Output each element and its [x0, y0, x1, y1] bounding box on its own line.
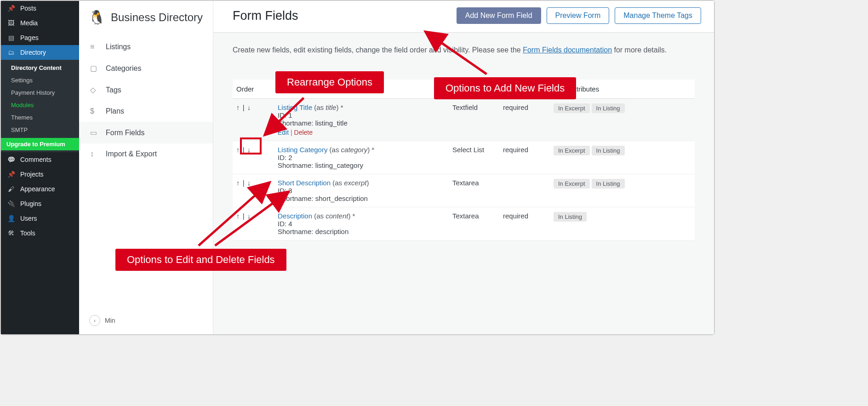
delete-link[interactable]: Delete — [294, 129, 313, 136]
nav-listings[interactable]: ≡Listings — [79, 36, 213, 57]
menu-icon: 🔌 — [6, 200, 16, 207]
wp-admin-sidebar: 📌Posts🖼Media▤Pages 🗂 Directory Directory… — [1, 1, 79, 334]
nav-icon: ≡ — [90, 43, 99, 51]
sidebar-item-posts[interactable]: 📌Posts — [1, 1, 79, 16]
field-id: ID: 2 — [278, 154, 292, 161]
field-title-link[interactable]: Listing Title — [278, 103, 312, 111]
nav-categories[interactable]: ▢Categories — [79, 57, 213, 79]
table-row: ↑ | ↓Short Description (as excerpt) ID: … — [233, 174, 695, 207]
intro-pre: Create new fields, edit existing fields,… — [233, 46, 523, 54]
directory-icon: 🗂 — [6, 49, 16, 56]
submenu-modules[interactable]: Modules — [1, 99, 79, 111]
collapse-menu-button[interactable]: ‹ Min — [79, 307, 213, 334]
add-new-form-field-button[interactable]: Add New Form Field — [457, 7, 541, 24]
field-association: (as title) * — [314, 103, 343, 111]
field-title-link[interactable]: Description — [278, 212, 312, 220]
field-association: (as excerpt) — [332, 179, 369, 187]
order-controls[interactable]: ↑ | ↓ — [233, 99, 274, 141]
field-title-link[interactable]: Short Description — [278, 179, 331, 187]
nav-icon: ↕ — [90, 150, 99, 158]
field-type: Textarea — [449, 207, 499, 240]
field-shortname: Shortname: description — [278, 228, 348, 235]
sidebar-item-comments[interactable]: 💬Comments — [1, 152, 79, 167]
nav-icon: ▢ — [90, 64, 99, 73]
menu-icon: 🖼 — [6, 19, 16, 27]
order-controls[interactable]: ↑ | ↓ — [233, 207, 274, 240]
field-id: ID: 3 — [278, 187, 292, 194]
plugin-logo-icon: 🐧 — [88, 9, 105, 25]
field-type: Textfield — [449, 99, 499, 141]
field-attributes: In Listing — [550, 207, 695, 240]
menu-icon: 📌 — [6, 171, 16, 178]
menu-icon: 💬 — [6, 156, 16, 163]
sidebar-item-label: Plugins — [20, 200, 41, 207]
sidebar-item-plugins[interactable]: 🔌Plugins — [1, 196, 79, 211]
nav-tags[interactable]: ◇Tags — [79, 79, 213, 101]
plugin-sidebar: 🐧 Business Directory ≡Listings▢Categorie… — [79, 1, 213, 334]
nav-label: Tags — [106, 86, 121, 94]
nav-label: Listings — [106, 43, 131, 51]
nav-label: Categories — [106, 64, 141, 73]
attr-badge: In Listing — [592, 146, 625, 155]
sidebar-item-label: Users — [20, 215, 37, 222]
field-id: ID: 4 — [278, 220, 292, 228]
sidebar-item-users[interactable]: 👤Users — [1, 211, 79, 226]
intro-post: for more details. — [612, 46, 667, 54]
field-label-cell: Listing Title (as title) *ID: 1Shortname… — [274, 99, 449, 141]
manage-theme-tags-button[interactable]: Manage Theme Tags — [615, 7, 701, 24]
field-label-cell: Description (as content) *ID: 4Shortname… — [274, 207, 449, 240]
attr-badge: In Listing — [592, 103, 625, 113]
submenu-upgrade-to-premium[interactable]: Upgrade to Premium — [1, 138, 79, 150]
form-fields-docs-link[interactable]: Form Fields documentation — [523, 46, 612, 54]
field-shortname: Shortname: listing_category — [278, 161, 363, 169]
field-label-cell: Short Description (as excerpt) ID: 3Shor… — [274, 174, 449, 207]
preview-form-button[interactable]: Preview Form — [547, 7, 610, 24]
sidebar-item-directory[interactable]: 🗂 Directory — [1, 45, 79, 60]
menu-icon: 📌 — [6, 5, 16, 12]
submenu-directory-content[interactable]: Directory Content — [1, 62, 79, 74]
redbox-order — [240, 137, 262, 154]
page-title: Form Fields — [233, 9, 298, 23]
sidebar-item-label: Directory — [20, 49, 46, 56]
sidebar-item-label: Pages — [20, 34, 39, 41]
callout-add-new: Options to Add New Fields — [434, 78, 576, 99]
field-validator: required — [499, 207, 550, 240]
submenu-themes[interactable]: Themes — [1, 111, 79, 124]
nav-import-export[interactable]: ↕Import & Export — [79, 143, 213, 165]
submenu-payment-history[interactable]: Payment History — [1, 86, 79, 99]
sidebar-item-appearance[interactable]: 🖌Appearance — [1, 182, 79, 196]
field-attributes: In ExcerptIn Listing — [550, 174, 695, 207]
field-attributes: In ExcerptIn Listing — [550, 99, 695, 141]
attr-badge: In Excerpt — [554, 103, 590, 113]
menu-icon: ▤ — [6, 34, 16, 41]
submenu-settings[interactable]: Settings — [1, 74, 79, 86]
sidebar-item-pages[interactable]: ▤Pages — [1, 30, 79, 45]
directory-submenu: Directory ContentSettingsPayment History… — [1, 60, 79, 152]
sidebar-item-media[interactable]: 🖼Media — [1, 16, 79, 30]
collapse-label: Min — [105, 317, 115, 324]
sidebar-item-tools[interactable]: 🛠Tools — [1, 226, 79, 240]
main-content: Form Fields Add New Form Field Preview F… — [213, 1, 714, 334]
main-body: Create new fields, edit existing fields,… — [213, 33, 714, 252]
menu-icon: 🖌 — [6, 185, 16, 193]
table-row: ↑ | ↓Description (as content) *ID: 4Shor… — [233, 207, 695, 240]
nav-label: Form Fields — [106, 129, 144, 137]
edit-link[interactable]: Edit — [278, 129, 289, 136]
nav-plans[interactable]: $Plans — [79, 101, 213, 122]
field-label-cell: Listing Category (as category) *ID: 2Sho… — [274, 141, 449, 174]
nav-form-fields[interactable]: ▭Form Fields — [79, 122, 213, 143]
menu-icon: 🛠 — [6, 229, 16, 237]
nav-label: Import & Export — [106, 150, 157, 158]
sidebar-item-label: Posts — [20, 5, 36, 12]
nav-icon: ◇ — [90, 86, 99, 94]
field-type: Textarea — [449, 174, 499, 207]
field-title-link[interactable]: Listing Category — [278, 146, 327, 154]
order-controls[interactable]: ↑ | ↓ — [233, 174, 274, 207]
callout-edit-delete: Options to Edit and Delete Fields — [116, 249, 286, 270]
attr-badge: In Excerpt — [554, 179, 590, 189]
field-validator: required — [499, 141, 550, 174]
plugin-header: 🐧 Business Directory — [79, 1, 213, 34]
sidebar-item-projects[interactable]: 📌Projects — [1, 167, 79, 182]
submenu-smtp[interactable]: SMTP — [1, 124, 79, 136]
nav-icon: $ — [90, 107, 99, 115]
